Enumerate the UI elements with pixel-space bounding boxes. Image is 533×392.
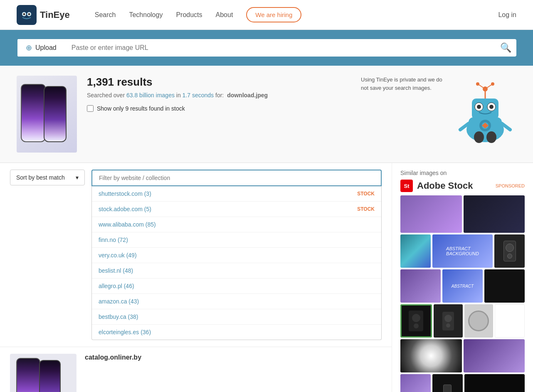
billion-link[interactable]: 63.8 billion images: [126, 92, 175, 99]
svg-point-4: [28, 13, 30, 15]
logo[interactable]: TinEye: [17, 5, 70, 25]
filter-site-6[interactable]: allegro.pl (46): [99, 283, 134, 289]
filter-item-6[interactable]: allegro.pl (46): [92, 279, 381, 294]
filter-item-5[interactable]: beslist.nl (48): [92, 263, 381, 279]
adobe-img-green-speaker[interactable]: [400, 304, 432, 338]
filter-site-0[interactable]: shutterstock.com (3): [99, 190, 151, 197]
logo-text: TinEye: [40, 10, 70, 20]
private-text: Using TinEye is private and we do not sa…: [361, 76, 444, 92]
login-link[interactable]: Log in: [498, 11, 516, 19]
svg-point-17: [491, 82, 494, 86]
filter-site-1[interactable]: stock.adobe.com (5): [99, 206, 151, 212]
filter-item-3[interactable]: finn.no (72): [92, 232, 381, 248]
url-input-wrap: 🔍: [65, 39, 516, 57]
filter-site-2[interactable]: www.alibaba.com (85): [99, 221, 156, 228]
adobe-img-small-black[interactable]: [432, 374, 463, 392]
sponsored-label: SPONSORED: [496, 183, 525, 188]
sidebar: Similar images on St Adobe Stock SPONSOR…: [392, 163, 533, 392]
results-list: catalog.onliner.by: [0, 347, 392, 392]
upload-icon: ⊕: [26, 43, 32, 52]
stock-filter-text: Show only 9 results found in stock: [97, 105, 185, 112]
adobe-img-abstract2[interactable]: ABSTRACT: [442, 269, 483, 303]
filter-container: shutterstock.com (3) STOCK stock.adobe.c…: [91, 170, 382, 340]
adobe-img-black2[interactable]: [464, 374, 525, 392]
adobe-img-purplecam[interactable]: [464, 339, 525, 372]
left-panel: Sort by best match ▾ shutterstock.com (3…: [0, 163, 392, 392]
nav-search[interactable]: Search: [95, 11, 116, 19]
result-thumbnail-1: [10, 354, 76, 392]
filter-item-7[interactable]: amazon.ca (43): [92, 294, 381, 309]
adobe-img-white[interactable]: [495, 304, 525, 338]
robot-icon: [454, 76, 516, 146]
results-count: 1,391 results: [87, 76, 351, 89]
sort-select[interactable]: Sort by best match ▾: [10, 170, 85, 185]
adobe-img-black[interactable]: [484, 269, 525, 303]
page-body: Sort by best match ▾ shutterstock.com (3…: [0, 163, 533, 392]
query-image: [17, 76, 77, 153]
filter-input[interactable]: [91, 170, 382, 186]
filename: download.jpeg: [227, 92, 268, 99]
filter-site-8[interactable]: bestbuy.ca (38): [99, 313, 138, 320]
sort-label: Sort by best match: [16, 174, 65, 181]
private-note: Using TinEye is private and we do not sa…: [361, 76, 444, 92]
filter-item-9[interactable]: elcorteingles.es (36): [92, 325, 381, 340]
upload-label: Upload: [35, 44, 57, 52]
adobe-img-small-speaker[interactable]: [434, 304, 463, 338]
stock-filter-label[interactable]: Show only 9 results found in stock: [87, 105, 351, 112]
filter-site-3[interactable]: finn.no (72): [99, 237, 128, 243]
filter-item-8[interactable]: bestbuy.ca (38): [92, 309, 381, 325]
filter-site-4[interactable]: very.co.uk (49): [99, 252, 137, 259]
in-text: in: [176, 92, 181, 99]
results-info: 1,391 results Searched over 63.8 billion…: [87, 76, 351, 112]
hiring-button[interactable]: We are hiring: [246, 7, 301, 22]
stock-filter-checkbox[interactable]: [87, 105, 94, 112]
filter-item-4[interactable]: very.co.uk (49): [92, 248, 381, 263]
adobe-img-teal[interactable]: [400, 234, 431, 268]
adobe-logo: St: [400, 180, 413, 192]
seconds-text: 1.7 seconds: [183, 92, 214, 99]
svg-point-23: [486, 131, 496, 143]
adobe-img-purple3[interactable]: [400, 374, 431, 392]
upload-button[interactable]: ⊕ Upload: [17, 38, 65, 57]
filter-dropdown: shutterstock.com (3) STOCK stock.adobe.c…: [91, 186, 382, 340]
url-input[interactable]: [65, 39, 500, 57]
nav-about[interactable]: About: [216, 11, 233, 19]
logo-icon: [17, 5, 37, 25]
svg-point-10: [477, 105, 481, 109]
stock-badge-0: STOCK: [357, 191, 375, 197]
nav-products[interactable]: Products: [176, 11, 202, 19]
adobe-img-abstract[interactable]: ABSTRACTBACKGROUND: [432, 234, 493, 268]
result-site-1: catalog.onliner.by: [85, 354, 382, 361]
adobe-img-dark-phone[interactable]: [464, 195, 525, 233]
filter-site-5[interactable]: beslist.nl (48): [99, 267, 133, 274]
filter-site-9[interactable]: elcorteingles.es (36): [99, 329, 151, 335]
svg-point-15: [476, 82, 479, 86]
search-bar: ⊕ Upload 🔍: [0, 30, 533, 66]
search-submit-button[interactable]: 🔍: [500, 42, 511, 53]
adobe-img-glowing[interactable]: [400, 339, 462, 372]
svg-point-3: [23, 13, 25, 15]
adobe-name: Adobe Stock: [417, 180, 473, 191]
svg-point-11: [489, 105, 494, 109]
svg-point-0: [19, 7, 34, 22]
adobe-grid: ABSTRACTBACKGROUND ABSTRACT: [400, 195, 525, 392]
filter-item-2[interactable]: www.alibaba.com (85): [92, 217, 381, 232]
filter-item-1[interactable]: stock.adobe.com (5) STOCK: [92, 202, 381, 217]
adobe-img-speaker[interactable]: [494, 234, 525, 268]
for-text: for:: [215, 92, 224, 99]
sidebar-title: Similar images on: [400, 170, 525, 176]
results-description: Searched over 63.8 billion images in 1.7…: [87, 92, 351, 99]
result-info-1: catalog.onliner.by: [85, 354, 382, 392]
sort-chevron-icon: ▾: [76, 174, 79, 181]
adobe-img-purple-phone[interactable]: [400, 195, 462, 233]
adobe-img-purple2[interactable]: [400, 269, 441, 303]
adobe-header: St Adobe Stock SPONSORED: [400, 180, 525, 192]
filter-site-7[interactable]: amazon.ca (43): [99, 298, 139, 305]
table-row: catalog.onliner.by: [10, 354, 382, 392]
searched-text: Searched over: [87, 92, 125, 99]
adobe-img-washer[interactable]: [464, 304, 494, 338]
results-section: 1,391 results Searched over 63.8 billion…: [0, 66, 533, 163]
filter-item-0[interactable]: shutterstock.com (3) STOCK: [92, 186, 381, 202]
nav-technology[interactable]: Technology: [129, 11, 163, 19]
header: TinEye Search Technology Products About …: [0, 0, 533, 30]
